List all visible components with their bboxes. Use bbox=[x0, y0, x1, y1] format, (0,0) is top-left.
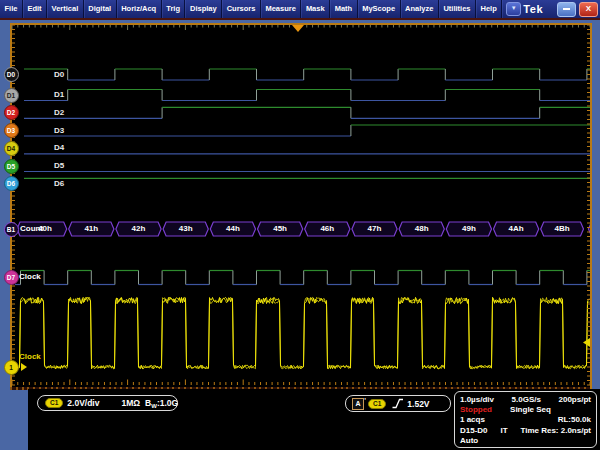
bus-segment bbox=[589, 222, 598, 236]
channel1-position-marker[interactable] bbox=[21, 363, 27, 371]
acq-count: 1 acqs bbox=[460, 415, 485, 425]
sampling-mode: IT bbox=[500, 426, 507, 436]
digital-channel-badge-d1[interactable]: D1 bbox=[4, 88, 19, 103]
digital-channel-badge-d7[interactable]: D7 bbox=[4, 270, 19, 285]
digital-channel-badge-d6[interactable]: D6 bbox=[4, 176, 19, 191]
bus-value: 44h bbox=[209, 222, 256, 236]
digital-channel-badge-d4[interactable]: D4 bbox=[4, 141, 19, 156]
sample-rate: 5.0GS/s bbox=[512, 395, 541, 405]
digital-channel-badge-d3[interactable]: D3 bbox=[4, 123, 19, 138]
digital-channel-label-d1: D1 bbox=[54, 90, 64, 100]
analog-channel1-badge[interactable]: 1 bbox=[4, 360, 19, 375]
digital-channel-badge-d0[interactable]: D0 bbox=[4, 67, 19, 82]
analog-clock-trace bbox=[15, 297, 590, 369]
channel1-badge[interactable]: C1 bbox=[45, 398, 63, 408]
acquisition-panel[interactable]: 1.0µs/div 5.0GS/s 200ps/pt Stopped Singl… bbox=[454, 391, 597, 448]
digital-bus-range: D15-D0 bbox=[460, 426, 488, 436]
rising-edge-icon bbox=[391, 398, 404, 409]
digital-channel-label-d4: D4 bbox=[54, 143, 64, 153]
traces-group bbox=[15, 69, 598, 369]
trigger-mode: Auto bbox=[460, 436, 478, 446]
sample-resolution: 200ps/pt bbox=[559, 395, 591, 405]
channel1-readout[interactable]: C1 2.0V/div 1MΩ BW:1.0G bbox=[37, 395, 178, 411]
bus-value: 43h bbox=[162, 222, 209, 236]
digital-channel-label-d0: D0 bbox=[54, 70, 64, 80]
digital-channel-badge-d2[interactable]: D2 bbox=[4, 105, 19, 120]
bus-value: 4Ah bbox=[493, 222, 540, 236]
acquisition-mode: Single Seq bbox=[510, 405, 551, 415]
trigger-readout[interactable]: A' C1 1.52V bbox=[345, 395, 451, 412]
timebase: 1.0µs/div bbox=[460, 395, 494, 405]
bus-value: 41h bbox=[68, 222, 115, 236]
analog-clock-trace bbox=[15, 297, 590, 369]
spacer bbox=[569, 405, 591, 415]
channel1-scale: 2.0V/div bbox=[67, 398, 99, 408]
trigger-position-marker[interactable] bbox=[292, 25, 304, 32]
bus-value: 49h bbox=[445, 222, 492, 236]
trigger-source-badge: C1 bbox=[368, 399, 386, 409]
digital-channel-label-d3: D3 bbox=[54, 126, 64, 136]
bus-value: 4Bh bbox=[540, 222, 585, 236]
bus-value: 46h bbox=[304, 222, 351, 236]
digital-channel-label-d6: D6 bbox=[54, 179, 64, 189]
trigger-level: 1.52V bbox=[407, 399, 429, 409]
bus-value: 47h bbox=[351, 222, 398, 236]
digital-channel-label-d2: D2 bbox=[54, 108, 64, 118]
oscilloscope-screen: FileEditVerticalDigitalHoriz/AcqTrigDisp… bbox=[0, 0, 600, 450]
acquisition-state: Stopped bbox=[460, 405, 492, 415]
bus-value: 42h bbox=[115, 222, 162, 236]
clock-digital-label: Clock bbox=[19, 272, 41, 282]
bus-value: 48h bbox=[398, 222, 445, 236]
digital-channel-badge-d5[interactable]: D5 bbox=[4, 159, 19, 174]
analog-clock-label: Clock bbox=[19, 352, 41, 362]
channel1-impedance: 1MΩ bbox=[121, 398, 140, 408]
bus-badge-b1[interactable]: B1 bbox=[4, 222, 19, 237]
digital-channel-label-d5: D5 bbox=[54, 161, 64, 171]
record-length: RL:50.0k bbox=[558, 415, 591, 425]
bus-value: 45h bbox=[257, 222, 304, 236]
bus-value: 40h bbox=[38, 222, 52, 236]
time-resolution: Time Res: 2.0ns/pt bbox=[520, 426, 591, 436]
trigger-a-badge: A' bbox=[352, 398, 364, 410]
channel1-bandwidth: BW:1.0G bbox=[145, 398, 178, 409]
